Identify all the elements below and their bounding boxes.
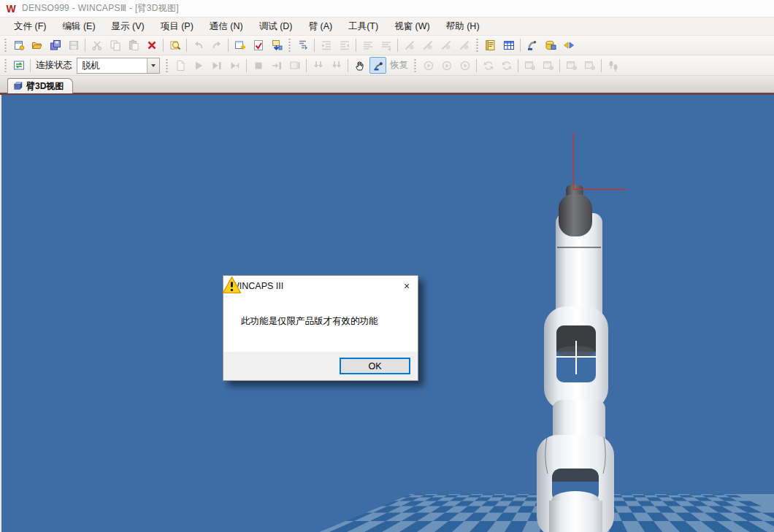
run-to-cursor-button [208, 57, 225, 74]
search-button[interactable] [166, 37, 183, 54]
toolbar-separator [476, 59, 477, 72]
dropdown-arrow-icon[interactable] [147, 58, 159, 73]
tool-axes [573, 133, 627, 190]
toolbar-separator [163, 39, 164, 52]
menu-item-tools[interactable]: 工具(T) [340, 18, 386, 35]
comment-lines-button [359, 37, 376, 54]
delete-icon [146, 39, 158, 51]
toolbar-separator [246, 59, 247, 72]
standard-toolbar [0, 36, 774, 55]
save-all-button[interactable] [47, 37, 64, 54]
toolbar-separator [518, 59, 518, 72]
variable-monitor-icon [485, 39, 497, 51]
application-window: W DENSO999 - WINCAPSⅢ - [臂3D视图] 文件 (F)编辑… [0, 0, 774, 532]
connection-mode-select[interactable]: 脱机 [77, 58, 160, 74]
pan-view-icon [354, 60, 366, 72]
toolbar-drag-handle[interactable] [165, 59, 169, 72]
clear-breakpoints-icon [459, 39, 470, 51]
view-rotate-left-icon [483, 60, 494, 72]
cycle-stop-button [286, 57, 303, 74]
menu-item-project[interactable]: 项目 (P) [153, 18, 202, 35]
menu-item-help[interactable]: 帮助 (H) [438, 18, 488, 35]
menu-item-file[interactable]: 文件 (F) [6, 18, 54, 35]
toolbar-drag-handle[interactable] [4, 39, 7, 52]
dropdown-arrow-glyph [151, 64, 156, 69]
enable-breakpoint-button [419, 37, 436, 54]
menu-item-window[interactable]: 视窗 (W) [386, 18, 438, 35]
menu-item-debug[interactable]: 调试 (D) [251, 18, 301, 35]
select-arm-button[interactable] [369, 57, 386, 74]
toolbar-separator [397, 39, 398, 52]
motor-power-icon [423, 60, 434, 72]
program-flow-button[interactable] [294, 37, 311, 54]
floor-tile [389, 494, 403, 496]
toolbar-separator [559, 59, 560, 72]
floor-tile [491, 496, 505, 498]
paste-button [125, 37, 142, 54]
run-to-cursor-icon [211, 60, 223, 72]
data-storage-button[interactable] [542, 37, 559, 54]
view-rotate-right-icon [501, 60, 513, 72]
arm-operation-button[interactable] [524, 37, 540, 54]
step-run-button [226, 57, 243, 74]
menu-item-display[interactable]: 显示 (V) [104, 18, 153, 35]
disable-breakpoint-icon [440, 39, 452, 51]
tab-label: 臂3D视图 [26, 80, 64, 93]
syntax-check-button[interactable] [250, 37, 267, 54]
checkered-floor [294, 494, 774, 532]
toolbar-separator [601, 59, 602, 72]
toolbar-separator [85, 39, 85, 52]
window-layout-1-button [521, 57, 538, 74]
pan-view-button[interactable] [351, 57, 368, 74]
menu-item-arm[interactable]: 臂 (A) [301, 18, 341, 35]
new-project-button[interactable] [10, 37, 27, 54]
copy-button [107, 37, 123, 54]
toolbar-drag-handle[interactable] [413, 59, 417, 72]
step-stop-button [268, 57, 285, 74]
ok-button[interactable]: OK [340, 358, 410, 374]
capture-view-icon [566, 60, 578, 72]
menu-item-edit[interactable]: 编辑 (E) [54, 18, 103, 35]
transfer-data-button[interactable] [268, 37, 285, 54]
io-monitor-button[interactable] [560, 37, 577, 54]
walk-mode-button [605, 57, 621, 74]
arm-3d-viewport[interactable]: WINCAPS III × 此功能是仅限产品版才有效的功能 OK [0, 95, 774, 532]
record-view-icon [584, 60, 596, 72]
add-item-icon [234, 39, 246, 51]
step-run-icon [229, 60, 241, 72]
tab-arm-3d-view[interactable]: 臂3D视图 [7, 78, 73, 93]
toolbar-drag-handle[interactable] [4, 59, 7, 72]
document-tab-bar: 臂3D视图 [0, 76, 774, 93]
floor-tile [482, 494, 495, 496]
cut-icon [91, 39, 103, 51]
outdent-icon [321, 39, 332, 51]
open-project-icon [31, 39, 43, 51]
toolbar-drag-handle[interactable] [475, 39, 479, 52]
copy-icon [110, 39, 121, 51]
cut-button [88, 37, 105, 54]
data-table-icon [503, 39, 515, 51]
dialog-close-button[interactable]: × [396, 277, 418, 295]
outdent-button [318, 37, 334, 54]
move-home-button [456, 57, 473, 74]
variable-monitor-button[interactable] [482, 37, 499, 54]
undo-icon [193, 39, 204, 51]
data-table-button[interactable] [500, 37, 517, 54]
paste-icon [128, 39, 139, 51]
app-logo-icon: W [4, 3, 18, 15]
connection-setting-icon [13, 60, 25, 72]
toggle-breakpoint-icon [404, 39, 415, 51]
indent-icon [339, 39, 350, 51]
delete-button[interactable] [143, 37, 160, 54]
add-item-button[interactable] [231, 37, 248, 54]
step-into-icon [313, 60, 324, 72]
connection-setting-button[interactable] [10, 57, 27, 74]
enable-breakpoint-icon [422, 39, 434, 51]
menu-item-communication[interactable]: 通信 (N) [202, 18, 251, 35]
dialog-title: WINCAPS III [231, 281, 396, 291]
toolbar-drag-handle[interactable] [288, 39, 291, 52]
toolbar-separator [228, 39, 229, 52]
open-project-button[interactable] [28, 37, 45, 54]
machine-lock-button [438, 57, 455, 74]
window-layout-2-icon [543, 60, 554, 72]
